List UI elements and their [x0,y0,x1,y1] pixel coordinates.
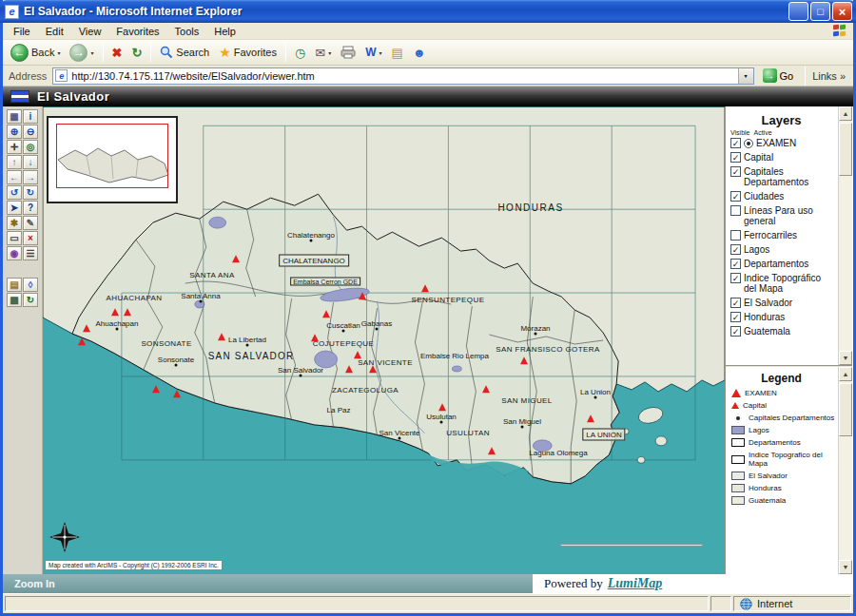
legend-item: El Salvador [726,470,837,482]
layer-row: ✓Indice Topográfico del Mapa [726,271,837,296]
links-button[interactable]: Links » [812,70,849,82]
query-button[interactable]: ? [23,201,38,215]
menu-view[interactable]: View [71,24,109,39]
legend-item: EXAMEN [726,387,837,399]
menu-favorites[interactable]: Favorites [108,24,166,39]
layer-row: ✓Ciudades [726,189,837,203]
go-button[interactable]: → Go [758,67,799,84]
layer-visible-checkbox[interactable]: ✓ [730,273,741,283]
messenger-button[interactable]: ☻ [409,45,430,61]
map-canvas[interactable]: HONDURASChalatenangoCHALATENANGOEmbalsa … [43,106,725,574]
clear-selection-button[interactable]: × [23,231,38,245]
redraw-button[interactable]: ↻ [23,293,38,307]
print-map-icon: ☰ [27,249,35,259]
hydrology-button[interactable]: ◊ [23,278,38,292]
back-dropdown-icon[interactable]: ▾ [57,49,60,56]
search-button[interactable]: Search [156,44,213,61]
refresh-button[interactable]: ↻ [127,45,146,61]
scroll-down-button[interactable]: ▼ [839,351,852,365]
triangle-sm-symbol-icon [731,402,739,409]
zoom-full-extent-button[interactable]: ◎ [23,140,38,154]
zoom-out-button[interactable]: ⊖ [23,125,38,139]
buffer-button[interactable]: ◉ [7,246,22,260]
layer-visible-checkbox[interactable]: ✓ [730,166,741,177]
lumimap-link[interactable]: LumiMap [608,576,663,591]
extract-button[interactable]: ▤ [7,278,22,292]
menu-file[interactable]: File [6,24,38,39]
next-extent-button[interactable]: ↻ [23,185,38,200]
swatch-symbol-icon [731,496,745,505]
menu-tools[interactable]: Tools [167,24,207,39]
layer-row: ✓Departamentos [726,257,837,271]
layer-row: Líneas Para uso general [726,203,837,228]
prev-extent-button[interactable]: ↺ [7,185,22,200]
pan-up-button[interactable]: ↑ [7,155,22,169]
layer-row: ✓Capital [726,150,837,164]
overview-map-button[interactable]: ▦ [7,109,22,124]
find-button[interactable]: ✱ [7,216,22,230]
zoom-in-button[interactable]: ⊕ [7,125,22,139]
menu-edit[interactable]: Edit [38,24,71,39]
legend-info-button[interactable]: i [23,109,38,124]
legend-scrollbar[interactable]: ▲ ▼ [838,367,852,574]
address-dropdown-icon[interactable]: ▾ [738,68,753,84]
layer-visible-checkbox[interactable]: ✓ [730,152,741,163]
scroll-track[interactable] [839,381,852,560]
address-input[interactable]: e http://130.74.175.117/website/ElSalvad… [52,67,753,85]
layer-visible-checkbox[interactable]: ✓ [730,312,741,322]
layer-visible-checkbox[interactable] [730,230,741,241]
mail-dropdown-icon[interactable]: ▾ [328,49,331,56]
pan-down-button[interactable]: ↓ [23,155,38,169]
layer-label: El Salvador [744,298,792,308]
history-button[interactable]: ◷ [291,45,309,61]
scroll-thumb[interactable] [839,383,852,436]
overview-map [47,116,178,203]
layer-active-radio[interactable] [744,139,753,148]
layer-visible-checkbox[interactable]: ✓ [730,259,741,269]
pan-button[interactable]: ✛ [7,140,22,154]
lake [209,217,226,228]
layer-label: EXAMEN [756,138,796,148]
pan-right-button[interactable]: → [23,170,38,184]
maximize-button[interactable]: □ [810,2,830,21]
edit-dropdown-icon[interactable]: ▾ [379,49,382,56]
internet-globe-icon [740,598,752,610]
print-button[interactable] [337,44,360,61]
edit-button[interactable]: W ▾ [361,45,385,60]
print-map-button[interactable]: ☰ [23,246,38,260]
close-button[interactable]: × [832,2,852,21]
legend-label: Lagos [749,426,769,434]
grid-button[interactable]: ▩ [7,293,22,307]
discuss-button[interactable]: ▤ [388,45,407,61]
forward-button[interactable]: → ▾ [66,43,97,63]
minimize-button[interactable]: _ [788,2,808,21]
identify-button[interactable]: ➤ [7,201,22,215]
layer-visible-checkbox[interactable]: ✓ [730,326,741,337]
layer-visible-checkbox[interactable]: ✓ [730,298,741,308]
legend-label: EXAMEN [745,389,777,397]
identify-icon: ➤ [10,203,18,213]
back-button[interactable]: ← Back ▾ [7,43,64,63]
scroll-thumb[interactable] [839,123,852,176]
menu-help[interactable]: Help [206,24,243,39]
layer-visible-checkbox[interactable]: ✓ [730,191,741,202]
browser-toolbar: ← Back ▾ → ▾ ✖ ↻ Search ★ Favorites ◷ ✉ … [3,40,853,66]
layer-visible-checkbox[interactable]: ✓ [730,244,741,255]
layers-scrollbar[interactable]: ▲ ▼ [838,106,852,365]
scroll-track[interactable] [839,121,852,351]
scroll-up-button[interactable]: ▲ [839,106,852,121]
layer-visible-checkbox[interactable] [730,205,741,216]
stop-button[interactable]: ✖ [108,45,126,61]
measure-button[interactable]: ✎ [23,216,38,230]
scroll-down-button[interactable]: ▼ [839,560,852,574]
select-rect-button[interactable]: ▭ [7,231,22,245]
forward-dropdown-icon[interactable]: ▾ [90,49,93,56]
mail-button[interactable]: ✉ ▾ [311,45,335,61]
layer-visible-checkbox[interactable]: ✓ [730,138,741,148]
map-tools-group-b: ▤◊▩↻ [3,278,42,307]
scroll-up-button[interactable]: ▲ [839,367,852,381]
favorites-button[interactable]: ★ Favorites [215,44,281,61]
pan-left-button[interactable]: ← [7,170,22,184]
pan-right-icon: → [26,173,35,183]
menu-bar: FileEditViewFavoritesToolsHelp [3,23,853,40]
